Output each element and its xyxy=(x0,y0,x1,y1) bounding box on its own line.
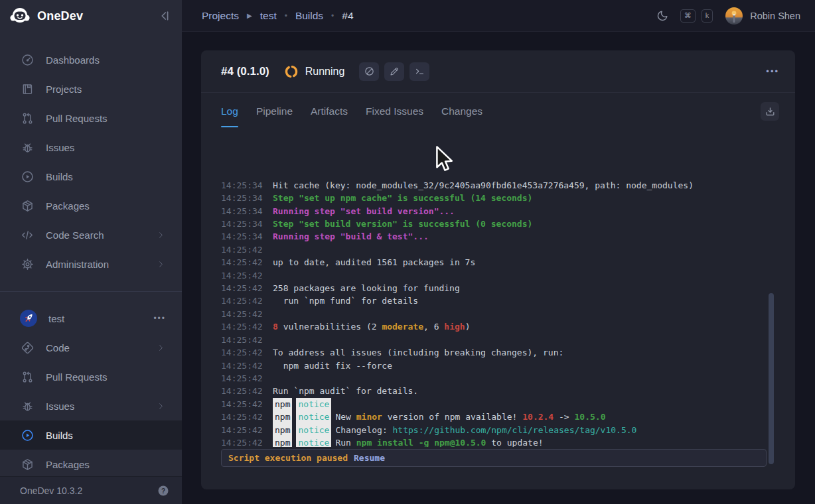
log-badge-npm: npm xyxy=(273,410,292,423)
log-link[interactable]: https://github.com/npm/cli/releases/tag/… xyxy=(393,424,637,436)
sidebar-item-label: Projects xyxy=(46,84,82,95)
pull-request-icon xyxy=(20,369,35,384)
log-badge-notice: notice xyxy=(296,398,331,410)
log-line: 14:25:42 run `npm fund` for details xyxy=(221,294,771,307)
breadcrumb-separator: • xyxy=(331,11,334,21)
build-card: #4 (0.1.0) Running ••• LogPipelineArtifa… xyxy=(201,50,795,489)
log-timestamp: 14:25:42 xyxy=(221,308,262,320)
sidebar-item-administration[interactable]: Administration xyxy=(0,249,182,279)
build-status: Running xyxy=(305,66,345,78)
sidebar-item-label: Code xyxy=(46,342,70,353)
topbar: Projects▶test•Builds•#4 ⌘ k Robin Shen xyxy=(182,0,815,32)
tab-changes[interactable]: Changes xyxy=(441,105,482,127)
package-icon xyxy=(20,198,35,213)
log-timestamp: 14:25:34 xyxy=(221,179,262,192)
log-scrollbar[interactable] xyxy=(769,293,774,464)
svg-text:?: ? xyxy=(161,487,165,494)
log-text: Hit cache (key: node_modules_32/9c2405aa… xyxy=(273,179,694,192)
shortcut-key-cmd[interactable]: ⌘ xyxy=(680,9,696,23)
log-timestamp: 14:25:42 xyxy=(221,282,262,294)
log-timestamp: 14:25:34 xyxy=(221,218,262,230)
topbar-right: ⌘ k Robin Shen xyxy=(656,7,800,25)
sidebar-item-packages[interactable]: Packages xyxy=(0,191,182,220)
pull-request-icon xyxy=(20,111,35,125)
log-line: 14:25:428 vulnerabilities (2 moderate, 6… xyxy=(221,320,771,333)
book-icon xyxy=(20,82,35,96)
breadcrumb-item-projects[interactable]: Projects xyxy=(202,10,239,22)
ban-icon xyxy=(364,66,375,77)
tab-fixed-issues[interactable]: Fixed Issues xyxy=(366,105,423,127)
sidebar-item-issues[interactable]: Issues xyxy=(0,391,182,420)
log-text: 10.5.0 xyxy=(575,410,606,423)
log-timestamp: 14:25:42 xyxy=(221,359,262,372)
gear-icon xyxy=(20,257,35,271)
log-line: 14:25:42 xyxy=(221,308,771,320)
log-timestamp: 14:25:42 xyxy=(221,269,262,282)
build-log-viewport[interactable]: 14:25:34Hit cache (key: node_modules_32/… xyxy=(221,159,771,447)
paused-bar: Script execution paused Resume xyxy=(221,449,767,467)
chevron-right-icon xyxy=(156,343,166,353)
log-text: vulnerabilities (2 xyxy=(278,320,382,333)
log-line: 14:25:42npmnoticeChangelog: https://gith… xyxy=(221,424,771,436)
shortcut-key-k[interactable]: k xyxy=(702,9,713,23)
log-line: 14:25:34Hit cache (key: node_modules_32/… xyxy=(221,179,771,192)
resume-link[interactable]: Resume xyxy=(354,453,385,463)
log-timestamp: 14:25:42 xyxy=(221,243,262,256)
edit-button[interactable] xyxy=(384,62,404,81)
help-icon[interactable]: ? xyxy=(157,484,170,497)
log-line: 14:25:42npmnoticeRun npm install -g npm@… xyxy=(221,436,771,447)
log-text: ) xyxy=(465,320,471,333)
sidebar-item-pull-requests[interactable]: Pull Requests xyxy=(0,103,182,133)
log-text: to update! xyxy=(486,436,543,447)
tab-log[interactable]: Log xyxy=(221,105,238,127)
log-timestamp: 14:25:42 xyxy=(221,424,262,436)
tab-pipeline[interactable]: Pipeline xyxy=(256,105,293,127)
sidebar-item-builds[interactable]: Builds xyxy=(0,162,182,191)
bug-icon xyxy=(20,399,35,413)
log-timestamp: 14:25:42 xyxy=(221,334,262,346)
sidebar-item-code[interactable]: Code xyxy=(0,333,182,362)
onedev-logo-icon xyxy=(9,7,31,25)
sidebar-item-pull-requests[interactable]: Pull Requests xyxy=(0,362,182,391)
sidebar-collapse-icon[interactable] xyxy=(158,9,171,23)
log-timestamp: 14:25:34 xyxy=(221,230,262,243)
sidebar-project-test[interactable]: test••• xyxy=(0,304,182,333)
log-line: 14:25:42up to date, audited 1561 package… xyxy=(221,256,771,269)
sidebar-item-label: Administration xyxy=(46,259,109,270)
cancel-button[interactable] xyxy=(359,62,379,81)
breadcrumb-item-test[interactable]: test xyxy=(260,10,277,22)
log-timestamp: 14:25:42 xyxy=(221,372,262,385)
sidebar-item-dashboards[interactable]: Dashboards xyxy=(0,45,182,74)
project-more-icon[interactable]: ••• xyxy=(153,314,166,323)
sidebar-item-issues[interactable]: Issues xyxy=(0,133,182,162)
user-name[interactable]: Robin Shen xyxy=(750,11,800,21)
chevron-right-icon xyxy=(156,259,166,269)
chevron-right-icon xyxy=(156,230,166,240)
log-line: 14:25:42 xyxy=(221,243,771,256)
user-avatar[interactable] xyxy=(725,7,743,25)
sidebar-item-label: Issues xyxy=(46,142,74,153)
sidebar-item-packages[interactable]: Packages xyxy=(0,450,182,476)
sidebar-item-builds[interactable]: Builds xyxy=(0,420,182,450)
log-text: npm audit fix --force xyxy=(273,359,392,372)
build-title: #4 (0.1.0) xyxy=(221,65,269,78)
breadcrumb-item--4: #4 xyxy=(342,10,353,22)
web-terminal-button[interactable] xyxy=(409,62,429,81)
build-tabs: LogPipelineArtifactsFixed IssuesChanges xyxy=(201,93,795,127)
sidebar-item-label: Pull Requests xyxy=(46,113,108,124)
sidebar-item-projects[interactable]: Projects xyxy=(0,74,182,103)
breadcrumb-separator: • xyxy=(285,11,287,21)
sidebar-item-label: Packages xyxy=(46,200,90,212)
sidebar-item-label: Pull Requests xyxy=(46,371,108,383)
log-timestamp: 14:25:34 xyxy=(221,205,262,218)
breadcrumb-item-builds[interactable]: Builds xyxy=(295,10,323,22)
sidebar-footer: OneDev 10.3.2 ? xyxy=(0,476,182,504)
dark-mode-moon-icon[interactable] xyxy=(656,9,669,22)
download-log-icon[interactable] xyxy=(761,102,779,121)
package-icon xyxy=(20,457,35,472)
more-options-icon[interactable]: ••• xyxy=(766,66,779,76)
sidebar-item-code-search[interactable]: Code Search xyxy=(0,220,182,249)
tab-artifacts[interactable]: Artifacts xyxy=(311,105,348,127)
log-line: 14:25:34Step "set build version" is succ… xyxy=(221,218,771,230)
log-badge-npm: npm xyxy=(273,436,292,447)
